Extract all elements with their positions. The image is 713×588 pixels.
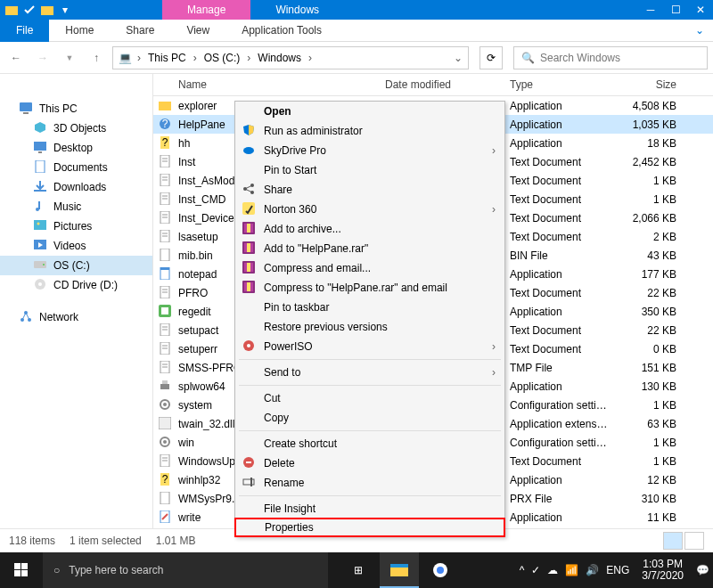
nav-item-3d-objects[interactable]: 3D Objects: [0, 118, 152, 138]
menu-item-properties[interactable]: Properties: [234, 518, 505, 537]
menu-item-create-shortcut[interactable]: Create shortcut: [235, 434, 504, 453]
menu-item-norton-360[interactable]: Norton 360›: [235, 200, 504, 219]
menu-item-compress-and-email-[interactable]: Compress and email...: [235, 258, 504, 278]
svg-rect-20: [159, 102, 171, 110]
check-icon[interactable]: [21, 2, 37, 18]
title-bar: ▾ Manage Windows ─ ☐ ✕: [0, 0, 713, 20]
ribbon-expand-icon[interactable]: ⌄: [686, 24, 713, 37]
nav-item-downloads[interactable]: Downloads: [0, 177, 152, 197]
menu-label: Create shortcut: [264, 437, 337, 450]
breadcrumb-item[interactable]: This PC: [146, 52, 188, 64]
menu-item-add-to-helppane-rar-[interactable]: Add to "HelpPane.rar": [235, 239, 504, 258]
cloud-tray-icon[interactable]: ☁: [547, 564, 558, 576]
menu-item-compress-to-helppane-rar-and-email[interactable]: Compress to "HelpPane.rar" and email: [235, 278, 504, 298]
file-type: Text Document: [510, 212, 617, 225]
up-button[interactable]: ↑: [86, 47, 107, 69]
nav-label: This PC: [39, 102, 78, 115]
chevron-right-icon[interactable]: ›: [135, 52, 143, 64]
menu-item-share[interactable]: Share: [235, 180, 504, 200]
menu-item-pin-to-start[interactable]: Pin to Start: [235, 160, 504, 180]
menu-item-skydrive-pro[interactable]: SkyDrive Pro›: [235, 141, 504, 160]
nav-item-network[interactable]: Network: [0, 307, 152, 327]
tab-view[interactable]: View: [170, 20, 225, 42]
menu-item-cut[interactable]: Cut: [235, 388, 504, 408]
menu-item-poweriso[interactable]: PowerISO›: [235, 337, 504, 356]
file-type: Text Document: [510, 193, 617, 206]
manage-tab[interactable]: Manage: [162, 0, 250, 20]
recent-dropdown[interactable]: ▼: [59, 47, 80, 69]
nav-label: 3D Objects: [53, 122, 106, 135]
search-box[interactable]: 🔍 Search Windows: [513, 46, 708, 69]
explorer-taskbar-icon[interactable]: [380, 552, 419, 588]
breadcrumb-item[interactable]: OS (C:): [202, 52, 242, 64]
svg-point-71: [243, 147, 254, 154]
menu-item-delete[interactable]: Delete: [235, 453, 504, 473]
volume-tray-icon[interactable]: 🔊: [586, 564, 599, 576]
txt-icon: [159, 454, 173, 469]
maximize-button[interactable]: ☐: [663, 0, 688, 20]
chevron-right-icon[interactable]: ›: [245, 52, 252, 64]
nav-item-pictures[interactable]: Pictures: [0, 216, 152, 236]
nav-item-documents[interactable]: Documents: [0, 158, 152, 177]
file-size: 2,066 KB: [617, 212, 684, 225]
regedit-icon: [159, 305, 173, 319]
chrome-taskbar-icon[interactable]: [421, 552, 460, 588]
navigation-pane[interactable]: This PC3D ObjectsDesktopDocumentsDownloa…: [0, 74, 153, 528]
details-view-button[interactable]: [663, 532, 683, 550]
notifications-icon[interactable]: 💬: [696, 564, 709, 576]
minimize-button[interactable]: ─: [638, 0, 663, 20]
file-size: 1 KB: [617, 455, 684, 468]
breadcrumb-dropdown-icon[interactable]: ⌄: [454, 52, 463, 64]
menu-item-run-as-administrator[interactable]: Run as administrator: [235, 121, 504, 141]
nav-item-videos[interactable]: Videos: [0, 236, 152, 256]
nav-item-this-pc[interactable]: This PC: [0, 99, 152, 118]
menu-item-add-to-archive-[interactable]: Add to archive...: [235, 219, 504, 239]
menu-item-restore-previous-versions[interactable]: Restore previous versions: [235, 317, 504, 337]
start-button[interactable]: [0, 552, 43, 588]
column-header-name[interactable]: Name: [153, 78, 385, 91]
menu-item-copy[interactable]: Copy: [235, 408, 504, 428]
menu-item-file-insight[interactable]: File Insight: [235, 499, 504, 519]
menu-label: Share: [264, 184, 292, 196]
tab-home[interactable]: Home: [49, 20, 110, 42]
chevron-right-icon[interactable]: ›: [192, 52, 199, 64]
file-tab[interactable]: File: [0, 20, 49, 42]
wifi-tray-icon[interactable]: 📶: [565, 564, 578, 576]
menu-item-pin-to-taskbar[interactable]: Pin to taskbar: [235, 298, 504, 317]
taskbar-search[interactable]: ○ Type here to search: [43, 552, 328, 588]
close-button[interactable]: ✕: [688, 0, 713, 20]
tab-app-tools[interactable]: Application Tools: [225, 20, 338, 42]
menu-item-rename[interactable]: Rename: [235, 473, 504, 493]
search-icon: ○: [53, 564, 60, 576]
breadcrumb-item[interactable]: Windows: [256, 52, 303, 64]
txt-icon: [159, 192, 173, 207]
file-type: Application: [510, 380, 617, 393]
large-icons-view-button[interactable]: [684, 532, 704, 550]
clock[interactable]: 1:03 PM 3/7/2020: [636, 559, 689, 582]
task-view-button[interactable]: ⊞: [339, 552, 378, 588]
nav-item-music[interactable]: Music: [0, 197, 152, 216]
language-indicator[interactable]: ENG: [606, 564, 629, 576]
tab-share[interactable]: Share: [110, 20, 170, 42]
txt-icon: [159, 230, 173, 244]
column-header-size[interactable]: Size: [617, 78, 684, 91]
nav-item-os-c-[interactable]: OS (C:): [0, 256, 152, 275]
3d-icon: [34, 121, 48, 135]
nav-item-desktop[interactable]: Desktop: [0, 138, 152, 158]
nav-item-cd-drive-d-[interactable]: CD Drive (D:): [0, 275, 152, 295]
svg-rect-96: [21, 570, 28, 576]
column-header-date[interactable]: Date modified: [385, 78, 510, 91]
menu-item-send-to[interactable]: Send to›: [235, 363, 504, 382]
menu-item-open[interactable]: Open: [235, 102, 504, 121]
svg-rect-7: [34, 190, 46, 192]
forward-button[interactable]: →: [32, 47, 53, 69]
chevron-right-icon[interactable]: ›: [307, 52, 314, 64]
tray-chevron-up-icon[interactable]: ^: [520, 564, 525, 576]
column-header-type[interactable]: Type: [510, 78, 617, 91]
refresh-button[interactable]: ⟳: [479, 46, 503, 69]
back-button[interactable]: ←: [5, 47, 27, 69]
file-size: 4,508 KB: [617, 100, 684, 112]
breadcrumb[interactable]: 💻 › This PC › OS (C:) › Windows › ⌄: [112, 46, 469, 69]
qat-dropdown-icon[interactable]: ▾: [57, 2, 73, 18]
norton-tray-icon[interactable]: ✓: [531, 564, 540, 576]
